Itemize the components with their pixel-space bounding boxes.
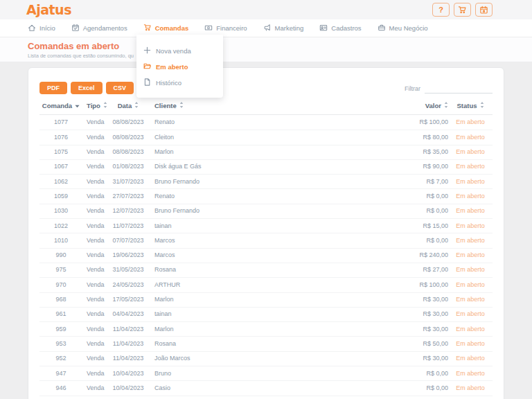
column-header-data[interactable]: Data (110, 98, 146, 114)
table-row[interactable]: 1022 Venda 11/07/2023 tainan R$ 15,00 Em… (39, 218, 493, 233)
cell-cliente: Renato (146, 189, 390, 204)
table-row[interactable]: 961 Venda 04/04/2023 tainan R$ 30,00 Em … (39, 307, 493, 321)
cell-status: Em aberto (448, 233, 493, 248)
column-header-status[interactable]: Status (448, 98, 493, 114)
cart-button[interactable] (454, 3, 471, 17)
nav-label: Agendamentos (83, 24, 127, 32)
table-row[interactable]: 990 Venda 19/06/2023 Marcos R$ 240,00 Em… (39, 248, 493, 263)
cell-status: Em aberto (448, 381, 493, 396)
nav-item-comandas[interactable]: Comandas (143, 24, 189, 33)
table-row[interactable]: 959 Venda 11/04/2023 Marlon R$ 30,00 Em … (39, 321, 493, 336)
cell-tipo: Venda (82, 115, 110, 130)
cell-cliente: Casio (146, 381, 390, 396)
nav-item-cadastros[interactable]: Cadastros (319, 24, 361, 33)
column-header-valor[interactable]: Valor (390, 98, 448, 114)
export-excel-button[interactable]: Excel (71, 82, 103, 94)
table-row[interactable]: 1076 Venda 08/08/2023 Cleiton R$ 80,00 E… (39, 130, 493, 144)
table-row[interactable]: 945 Venda 10/04/2023 Bruno R$ 100,00 Em … (39, 396, 493, 399)
cell-valor: R$ 80,00 (390, 130, 448, 145)
table-row[interactable]: 1010 Venda 07/07/2023 Marcos R$ 0,00 Em … (39, 233, 493, 247)
nav-item-meu-negocio[interactable]: Meu Negócio (378, 24, 428, 33)
cell-cliente: tainan (146, 307, 390, 321)
menu-item-nova-venda[interactable]: Nova venda (136, 43, 223, 59)
megaphone-icon (263, 24, 272, 33)
export-csv-button[interactable]: CSV (106, 82, 134, 94)
table-row[interactable]: 946 Venda 10/04/2023 Casio R$ 0,00 Em ab… (39, 380, 493, 395)
cell-data: 08/08/2023 (110, 145, 146, 159)
cell-status: Em aberto (448, 189, 493, 204)
cell-tipo: Venda (82, 322, 110, 337)
cell-tipo: Venda (82, 175, 110, 189)
table-row[interactable]: 1067 Venda 01/08/2023 Disk água E Gás R$… (39, 159, 493, 174)
cell-valor: R$ 100,00 (390, 278, 448, 292)
cell-valor: R$ 7,00 (390, 175, 448, 189)
cell-cliente: João Marcos (146, 351, 390, 366)
nav-item-financeiro[interactable]: Financeiro (204, 24, 247, 33)
table-row[interactable]: 1077 Venda 08/08/2023 Renato R$ 100,00 E… (39, 115, 493, 130)
cell-cliente: Renato (146, 115, 390, 130)
nav-label: Marketing (275, 24, 304, 32)
cell-tipo: Venda (82, 219, 110, 233)
table-row[interactable]: 952 Venda 11/04/2023 João Marcos R$ 30,0… (39, 351, 493, 366)
comandas-dropdown-menu: Nova venda Em aberto Histórico (136, 35, 223, 98)
help-button[interactable]: ? (432, 3, 450, 17)
menu-item-historico[interactable]: Histórico (136, 75, 223, 91)
table-row[interactable]: 975 Venda 31/05/2023 Rosana R$ 27,00 Em … (39, 263, 493, 277)
cell-cliente: Bruno (146, 396, 390, 399)
table-row[interactable]: 953 Venda 11/04/2023 Rosana R$ 50,00 Em … (39, 336, 493, 351)
table-row[interactable]: 1030 Venda 12/07/2023 Bruno Fernando R$ … (39, 204, 493, 218)
filter-label: Filtrar (405, 85, 420, 94)
column-label: Valor (425, 102, 441, 109)
file-icon (143, 78, 151, 87)
column-header-cliente[interactable]: Cliente (146, 98, 390, 114)
cell-tipo: Venda (82, 159, 110, 174)
nav-item-inicio[interactable]: Início (28, 24, 55, 33)
folder-open-icon (143, 62, 151, 71)
cell-tipo: Venda (82, 337, 110, 351)
cell-comanda: 952 (39, 351, 82, 366)
cell-tipo: Venda (82, 263, 110, 277)
sort-both-icon (134, 102, 139, 109)
column-header-tipo[interactable]: Tipo (82, 98, 110, 114)
filter-input[interactable] (425, 84, 493, 94)
cell-valor: R$ 27,00 (390, 263, 448, 277)
cell-cliente: Disk água E Gás (146, 159, 390, 174)
cell-comanda: 946 (39, 381, 82, 396)
menu-item-em-aberto[interactable]: Em aberto (136, 59, 223, 75)
cell-comanda: 1022 (39, 219, 82, 233)
cell-valor: R$ 90,00 (390, 159, 448, 174)
cell-status: Em aberto (448, 248, 493, 263)
cell-data: 11/04/2023 (110, 351, 146, 366)
sort-both-icon (480, 102, 484, 109)
menu-label: Nova venda (156, 47, 191, 55)
column-header-comanda[interactable]: Comanda (39, 98, 82, 114)
export-pdf-button[interactable]: PDF (39, 82, 67, 94)
cell-valor: R$ 0,00 (390, 233, 448, 248)
cell-status: Em aberto (448, 278, 493, 292)
cell-cliente: tainan (146, 219, 390, 233)
cell-cliente: Rosana (146, 263, 390, 277)
table-row[interactable]: 1062 Venda 31/07/2023 Bruno Fernando R$ … (39, 174, 493, 188)
cell-comanda: 945 (39, 396, 82, 399)
table-row[interactable]: 968 Venda 17/05/2023 Marlon R$ 30,00 Em … (39, 292, 493, 307)
calendar-button[interactable] (475, 3, 493, 17)
nav-item-marketing[interactable]: Marketing (263, 24, 304, 33)
column-label: Cliente (154, 102, 177, 109)
table-row[interactable]: 1059 Venda 27/07/2023 Renato R$ 0,00 Em … (39, 188, 493, 203)
brand-logo[interactable]: Ajatus (26, 2, 71, 17)
plus-icon (143, 46, 151, 55)
cell-cliente: Rosana (146, 337, 390, 351)
table-row[interactable]: 1075 Venda 08/08/2023 Marlon R$ 35,00 Em… (39, 145, 493, 159)
cell-data: 08/08/2023 (110, 115, 146, 130)
cell-valor: R$ 30,00 (390, 292, 448, 307)
table-row[interactable]: 970 Venda 24/05/2023 ARTHUR R$ 100,00 Em… (39, 277, 493, 292)
cell-data: 31/05/2023 (110, 263, 146, 277)
sort-desc-icon (75, 102, 80, 109)
cell-status: Em aberto (448, 204, 493, 218)
cart-icon (458, 6, 467, 15)
cell-valor: R$ 0,00 (390, 366, 448, 381)
cell-data: 07/07/2023 (110, 233, 146, 248)
table-row[interactable]: 947 Venda 10/04/2023 Bruno R$ 0,00 Em ab… (39, 366, 493, 380)
cell-status: Em aberto (448, 322, 493, 337)
nav-item-agendamentos[interactable]: Agendamentos (71, 24, 127, 33)
